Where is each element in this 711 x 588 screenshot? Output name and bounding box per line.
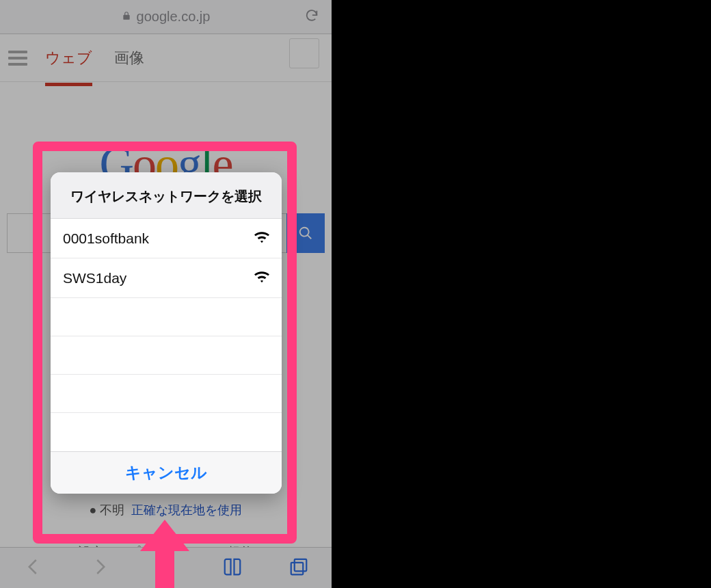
wifi-empty-row [51,336,282,375]
wifi-network-item[interactable]: 0001softbank [51,219,282,258]
phone-screen: google.co.jp ウェブ 画像 Google ● 不明 [0,0,332,588]
wifi-signal-icon [254,230,269,247]
wifi-select-dialog: ワイヤレスネットワークを選択 0001softbank SWS1day キャンセ… [51,172,282,494]
wifi-empty-row [51,413,282,451]
wifi-signal-icon [254,270,269,286]
dialog-title: ワイヤレスネットワークを選択 [51,172,282,219]
wifi-network-list: 0001softbank SWS1day [51,219,282,451]
wifi-ssid: SWS1day [63,270,126,286]
wifi-empty-row [51,375,282,413]
cancel-button[interactable]: キャンセル [51,451,282,494]
letterbox-right [332,0,711,588]
wifi-network-item[interactable]: SWS1day [51,258,282,298]
wifi-ssid: 0001softbank [63,230,149,247]
wifi-empty-row [51,298,282,336]
